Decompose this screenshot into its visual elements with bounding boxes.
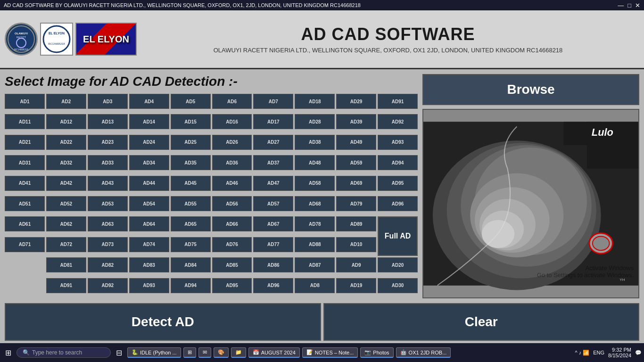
ad-item-button[interactable]: AD1 [5, 94, 45, 109]
ad-item-button[interactable]: AD91 [46, 278, 86, 293]
ad-item-button[interactable]: AD42 [46, 176, 86, 191]
taskbar-notes[interactable]: 📝 NOTES – Note... [302, 347, 358, 358]
ad-item-button[interactable]: AD73 [88, 237, 128, 252]
ad-item-button[interactable]: AD49 [336, 135, 376, 150]
ad-item-button[interactable]: AD35 [171, 155, 211, 170]
ad-item-button[interactable]: AD89 [336, 216, 376, 231]
ad-item-button[interactable]: AD24 [129, 135, 169, 150]
ad-item-button[interactable]: AD61 [5, 216, 45, 231]
ad-item-button[interactable]: AD2 [46, 94, 86, 109]
detect-ad-button[interactable]: Detect AD [5, 303, 321, 341]
ad-item-button[interactable]: AD87 [295, 257, 335, 272]
ad-item-button[interactable]: AD67 [253, 216, 293, 231]
ad-item-button[interactable]: AD75 [171, 237, 211, 252]
ad-item-button[interactable]: AD85 [212, 257, 252, 272]
ad-item-button[interactable]: AD17 [253, 114, 293, 129]
clear-button[interactable]: Clear [323, 303, 640, 341]
ad-item-button[interactable]: AD45 [171, 176, 211, 191]
ad-item-button[interactable]: AD93 [129, 278, 169, 293]
full-ad-button[interactable]: Full AD [378, 216, 418, 256]
taskbar-robot[interactable]: 🤖 OX1 2JD ROB... [396, 347, 451, 358]
taskbar-photos-app[interactable]: 🎨 [214, 347, 229, 358]
ad-item-button[interactable]: AD63 [88, 216, 128, 231]
ad-item-button[interactable]: AD33 [88, 155, 128, 170]
ad-item-button[interactable]: AD22 [46, 135, 86, 150]
ad-item-button[interactable]: AD94 [171, 278, 211, 293]
taskbar-idle-python[interactable]: 🐍 IDLE (Python ... [127, 347, 181, 358]
taskbar-windows-store[interactable]: ⊞ [183, 347, 196, 358]
ad-item-button[interactable]: AD21 [5, 135, 45, 150]
ad-item-button[interactable]: AD94 [378, 155, 418, 170]
ad-item-button[interactable]: AD76 [212, 237, 252, 252]
ad-item-button[interactable]: AD39 [336, 114, 376, 129]
ad-item-button[interactable]: AD84 [171, 257, 211, 272]
ad-item-button[interactable]: AD46 [212, 176, 252, 191]
ad-item-button[interactable]: AD69 [336, 176, 376, 191]
maximize-button[interactable]: □ [627, 2, 631, 9]
ad-item-button[interactable]: AD88 [295, 237, 335, 252]
ad-item-button[interactable]: AD81 [46, 257, 86, 272]
ad-item-button[interactable]: AD92 [88, 278, 128, 293]
ad-item-button[interactable]: AD30 [378, 278, 418, 293]
ad-item-button[interactable]: AD32 [46, 155, 86, 170]
ad-item-button[interactable]: AD71 [5, 237, 45, 252]
ad-item-button[interactable]: AD62 [46, 216, 86, 231]
notification-icon[interactable]: 💬 [635, 350, 642, 356]
ad-item-button[interactable]: AD10 [336, 237, 376, 252]
ad-item-button[interactable]: AD91 [378, 94, 418, 109]
ad-item-button[interactable]: AD5 [171, 94, 211, 109]
ad-item-button[interactable]: AD16 [212, 114, 252, 129]
ad-item-button[interactable]: AD52 [46, 196, 86, 211]
ad-item-button[interactable]: AD96 [253, 278, 293, 293]
ad-item-button[interactable]: AD92 [378, 114, 418, 129]
start-button[interactable]: ⊞ [2, 347, 14, 359]
ad-item-button[interactable]: AD65 [171, 216, 211, 231]
ad-item-button[interactable]: AD14 [129, 114, 169, 129]
ad-item-button[interactable]: AD41 [5, 176, 45, 191]
ad-item-button[interactable]: AD4 [129, 94, 169, 109]
ad-item-button[interactable]: AD11 [5, 114, 45, 129]
ad-item-button[interactable]: AD43 [88, 176, 128, 191]
ad-item-button[interactable]: AD31 [5, 155, 45, 170]
ad-item-button[interactable]: AD38 [295, 135, 335, 150]
ad-item-button[interactable]: AD82 [88, 257, 128, 272]
ad-item-button[interactable]: AD27 [253, 135, 293, 150]
task-view-button[interactable]: ⊟ [113, 347, 125, 359]
ad-item-button[interactable]: AD59 [336, 155, 376, 170]
ad-item-button[interactable]: AD83 [129, 257, 169, 272]
ad-item-button[interactable]: AD57 [253, 196, 293, 211]
ad-item-button[interactable]: AD36 [212, 155, 252, 170]
taskbar-mail[interactable]: ✉ [198, 347, 211, 358]
ad-item-button[interactable]: AD47 [253, 176, 293, 191]
ad-item-button[interactable]: AD72 [46, 237, 86, 252]
ad-item-button[interactable]: AD64 [129, 216, 169, 231]
search-bar[interactable]: 🔍 Type here to search [17, 347, 111, 358]
ad-item-button[interactable]: AD56 [212, 196, 252, 211]
ad-item-button[interactable]: AD26 [212, 135, 252, 150]
ad-item-button[interactable]: AD54 [129, 196, 169, 211]
ad-item-button[interactable]: AD3 [88, 94, 128, 109]
ad-item-button[interactable]: AD13 [88, 114, 128, 129]
ad-item-button[interactable]: AD55 [171, 196, 211, 211]
ad-item-button[interactable]: AD68 [295, 196, 335, 211]
ad-item-button[interactable]: AD28 [295, 114, 335, 129]
ad-item-button[interactable]: AD8 [295, 278, 335, 293]
ad-item-button[interactable]: AD19 [336, 278, 376, 293]
ad-item-button[interactable]: AD79 [336, 196, 376, 211]
taskbar-photos[interactable]: 📷 Photos [360, 347, 393, 358]
ad-item-button[interactable]: AD96 [378, 196, 418, 211]
ad-item-button[interactable]: AD37 [253, 155, 293, 170]
ad-item-button[interactable]: AD93 [378, 135, 418, 150]
taskbar-august-2024[interactable]: 📅 AUGUST 2024 [248, 347, 300, 358]
ad-item-button[interactable]: AD66 [212, 216, 252, 231]
ad-item-button[interactable]: AD95 [212, 278, 252, 293]
ad-item-button[interactable]: AD74 [129, 237, 169, 252]
ad-item-button[interactable]: AD12 [46, 114, 86, 129]
ad-item-button[interactable]: AD34 [129, 155, 169, 170]
ad-item-button[interactable]: AD77 [253, 237, 293, 252]
ad-item-button[interactable]: AD7 [253, 94, 293, 109]
ad-item-button[interactable]: AD18 [295, 94, 335, 109]
minimize-button[interactable]: — [618, 2, 624, 9]
ad-item-button[interactable]: AD23 [88, 135, 128, 150]
taskbar-folder[interactable]: 📁 [231, 347, 246, 358]
